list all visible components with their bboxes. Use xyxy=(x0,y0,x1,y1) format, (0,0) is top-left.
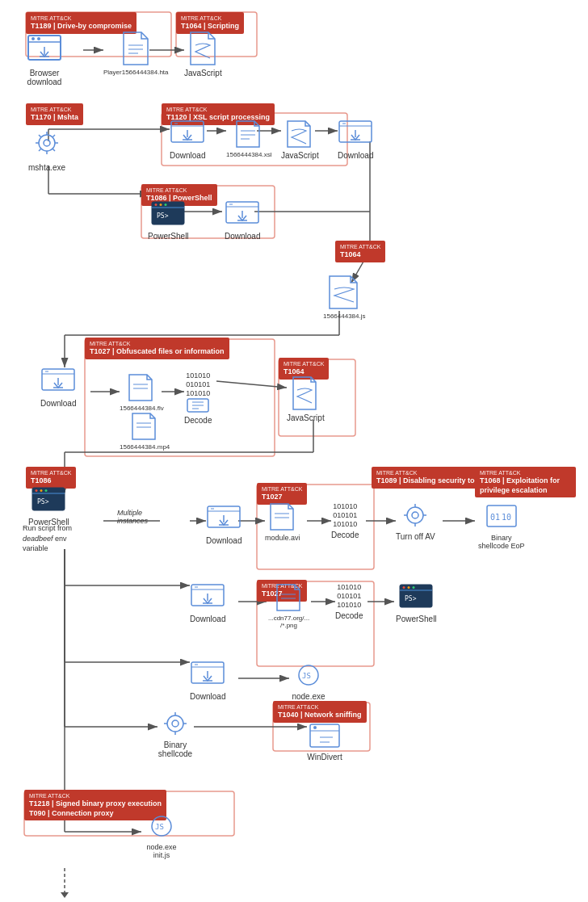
node-javascript-3: JavaScript xyxy=(287,375,325,422)
node-javascript-2: JavaScript xyxy=(281,120,319,160)
svg-text:PS>: PS> xyxy=(37,498,49,506)
svg-point-126 xyxy=(407,507,423,523)
svg-point-115 xyxy=(36,489,38,492)
node-javascript-1: JavaScript xyxy=(184,31,222,78)
node-binary-shellcode: Binaryshellcode xyxy=(158,709,193,758)
svg-point-155 xyxy=(167,715,183,732)
svg-text:10: 10 xyxy=(502,513,511,522)
node-file-js: 1566444384.js xyxy=(323,275,366,320)
badge-t1027-obf: MITRE ATT&CK T1027 | Obfuscated files or… xyxy=(85,338,229,359)
svg-text:PS>: PS> xyxy=(157,212,169,220)
node-powershell-1: PS> PowerShell xyxy=(148,200,189,241)
node-cdn-png: ...cdn77.org/.../*.png xyxy=(268,583,309,629)
node-file-mp4: 1566444384.mp4 xyxy=(120,412,170,451)
badge-t1086-bottom: MITRE ATT&CK T1086 xyxy=(26,467,76,489)
svg-point-92 xyxy=(160,203,162,206)
node-powershell-2: PS> PowerShell xyxy=(28,486,69,527)
badge-t1068: MITRE ATT&CK T1068 | Exploitation for pr… xyxy=(475,467,576,497)
svg-text:Multiple: Multiple xyxy=(117,509,142,517)
node-turn-off-av: Turn off AV xyxy=(396,501,435,541)
node-browser-download: Browserdownload xyxy=(27,31,62,86)
svg-point-144 xyxy=(403,586,405,589)
svg-line-29 xyxy=(216,381,287,388)
node-mshta-exe: mshta.exe xyxy=(28,125,65,172)
node-powershell-3: PS> PowerShell xyxy=(396,583,437,623)
svg-text:01: 01 xyxy=(490,513,500,522)
node-player-hta: Player1566444384.hta xyxy=(103,31,169,76)
node-node-exe: JS node.exe xyxy=(291,661,326,701)
svg-text:JS: JS xyxy=(302,672,311,680)
svg-point-146 xyxy=(413,586,415,589)
attack-diagram: Multiple instances xyxy=(0,0,588,16)
svg-line-73 xyxy=(52,149,55,151)
svg-text:PS>: PS> xyxy=(405,595,417,602)
svg-line-74 xyxy=(52,135,55,137)
svg-point-60 xyxy=(37,37,40,40)
badge-t1170: MITRE ATT&CK T1170 | Mshta xyxy=(26,103,83,125)
node-decode-1: 101010010101101010 Decode xyxy=(184,371,212,425)
svg-point-67 xyxy=(44,140,50,146)
svg-text:JS: JS xyxy=(155,823,164,831)
badge-t1089: MITRE ATT&CK T1089 | Disabling security … xyxy=(372,467,490,489)
node-file-xsl: 1566444384.xsl xyxy=(226,120,272,158)
node-download-5: Download xyxy=(206,505,242,545)
svg-text:instances: instances xyxy=(117,517,149,525)
node-download-7: Download xyxy=(190,661,225,701)
node-download-2: Download xyxy=(338,120,373,160)
node-download-4: Download xyxy=(40,367,76,408)
svg-point-93 xyxy=(165,203,167,206)
badge-t1027-bottom1: MITRE ATT&CK T1027 xyxy=(257,483,307,505)
node-download-6: Download xyxy=(190,583,225,623)
svg-point-91 xyxy=(155,203,158,206)
svg-point-163 xyxy=(313,726,317,729)
svg-line-75 xyxy=(39,149,41,151)
svg-line-72 xyxy=(39,135,41,137)
svg-point-117 xyxy=(45,489,48,492)
svg-marker-46 xyxy=(61,892,69,898)
badge-t1064-b: MITRE ATT&CK T1064 xyxy=(335,241,385,262)
badge-t1040: MITRE ATT&CK T1040 | Network sniffing xyxy=(273,701,367,723)
node-download-3: Download xyxy=(225,200,260,241)
svg-point-59 xyxy=(32,37,35,40)
svg-point-127 xyxy=(412,512,418,518)
node-node-exe-init: JS node.exeinit.js xyxy=(144,812,179,859)
svg-point-145 xyxy=(408,586,410,589)
node-decode-3: 101010010101101010 Decode xyxy=(335,583,363,620)
node-decode-2: 101010010101101010 Decode xyxy=(331,502,359,539)
run-script-label: Run script fromdeadbeef envvariable xyxy=(23,523,72,554)
node-file-flv: 1566444384.flv xyxy=(120,373,164,412)
node-windivert: WinDivert xyxy=(307,721,342,761)
node-binary-shellcode-eop: 01 10 Binaryshellcode EoP xyxy=(478,502,525,550)
svg-point-116 xyxy=(40,489,43,492)
node-module-avi: module.avi xyxy=(265,502,300,542)
node-download-1: Download xyxy=(170,120,205,160)
svg-point-156 xyxy=(172,720,178,727)
